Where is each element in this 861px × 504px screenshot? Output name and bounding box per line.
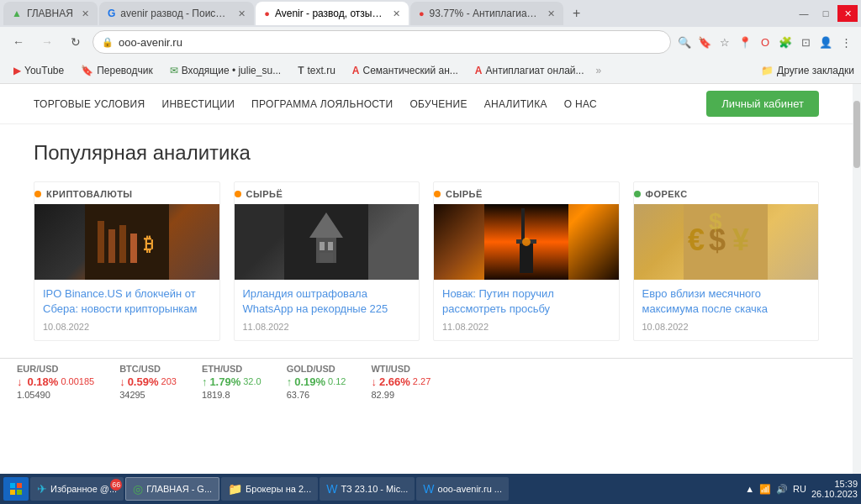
search-icon[interactable]: 🔍 [676, 34, 693, 50]
scrollbar-thumb[interactable] [853, 101, 860, 168]
svg-rect-3 [119, 225, 126, 263]
minimize-button[interactable]: — [794, 5, 814, 22]
puzzle-icon[interactable]: 🧩 [777, 34, 794, 50]
card-ireland[interactable]: СЫРЬЁ [234, 181, 420, 341]
svg-rect-24 [10, 490, 15, 495]
tab-close-2[interactable]: ✕ [238, 8, 246, 19]
card-image-4: € $ ¥ $ [634, 204, 819, 280]
scrollbar[interactable] [853, 84, 861, 474]
forward-button[interactable]: → [35, 30, 59, 54]
nav-analytics[interactable]: АНАЛИТИКА [484, 98, 547, 110]
taskbar-clock: 15:39 26.10.2023 [811, 479, 858, 499]
tab-search[interactable]: G avenir развод - Поиск в... ✕ [99, 2, 254, 25]
card-title-3: Новак: Путин поручил рассмотреть просьбу [442, 286, 610, 317]
telegram-badge: 66 [110, 479, 122, 491]
cat-dot-1 [34, 191, 41, 197]
svg-rect-1 [98, 221, 104, 263]
nav-about[interactable]: О НАС [564, 98, 597, 110]
window-icon[interactable]: ⊡ [797, 34, 814, 50]
card-forex[interactable]: ФОРЕКС € $ ¥ $ Евро вбл [633, 181, 820, 341]
card-category-3: СЫРЬЁ [434, 182, 619, 204]
card-body-1: IPO Binance.US и блокчейн от Сбера: ново… [34, 280, 219, 340]
start-button[interactable] [3, 477, 29, 501]
svg-text:¥: ¥ [732, 223, 749, 257]
taskbar-word2[interactable]: W ooo-avenir.ru ... [416, 477, 509, 501]
nav-loyalty[interactable]: ПРОГРАММА ЛОЯЛЬНОСТИ [251, 98, 393, 110]
svg-point-16 [522, 238, 531, 246]
new-tab-button[interactable]: + [565, 2, 589, 25]
ticker-bar: EUR/USD ↓ 0.18% 0.00185 1.05490 BTC/USD … [0, 358, 853, 404]
taskbar-chrome[interactable]: ◎ ГЛАВНАЯ - G... [125, 477, 219, 501]
card-category-2: СЫРЬЁ [235, 182, 420, 204]
extensions-icon[interactable]: 🔖 [696, 34, 713, 50]
other-bookmarks[interactable]: 📁 Другие закладки [761, 65, 854, 76]
maximize-button[interactable]: □ [816, 5, 836, 22]
taskbar: ✈ Избранное @... 66 ◎ ГЛАВНАЯ - G... 📁 Б… [0, 474, 861, 504]
ticker-goldusd: GOLD/USD ↑ 0.19% 0.12 63.76 [287, 364, 346, 400]
svg-rect-23 [17, 483, 22, 488]
tab-close-4[interactable]: ✕ [547, 8, 555, 19]
personal-cabinet-button[interactable]: Личный кабинет [706, 91, 819, 117]
taskbar-folder[interactable]: 📁 Брокеры на 2... [221, 477, 318, 501]
card-category-4: ФОРЕКС [634, 182, 819, 204]
nav-education[interactable]: ОБУЧЕНИЕ [409, 98, 467, 110]
svg-rect-15 [520, 244, 533, 273]
maps-icon[interactable]: 📍 [737, 34, 753, 50]
star-icon[interactable]: ☆ [716, 34, 733, 50]
title-bar: ▲ ГЛАВНАЯ ✕ G avenir развод - Поиск в...… [0, 0, 861, 27]
card-date-1: 10.08.2022 [43, 322, 211, 332]
card-oil[interactable]: СЫРЬЁ [433, 181, 620, 341]
back-button[interactable]: ← [7, 30, 30, 54]
tab-close-1[interactable]: ✕ [82, 8, 89, 19]
language-indicator[interactable]: RU [793, 484, 806, 494]
tab-glavnaya[interactable]: ▲ ГЛАВНАЯ ✕ [3, 2, 98, 25]
card-body-3: Новак: Путин поручил рассмотреть просьбу… [434, 280, 619, 340]
close-button[interactable]: ✕ [837, 5, 858, 22]
site-nav: ТОРГОВЫЕ УСЛОВИЯ ИНВЕСТИЦИИ ПРОГРАММА ЛО… [0, 84, 853, 124]
tab-close-3[interactable]: ✕ [393, 8, 400, 19]
bookmark-translate[interactable]: 🔖 Переводчик [74, 62, 160, 79]
nav-investments[interactable]: ИНВЕСТИЦИИ [161, 98, 235, 110]
ticker-ethusd: ETH/USD ↑ 1.79% 32.0 1819.8 [202, 364, 261, 400]
nav-links: ТОРГОВЫЕ УСЛОВИЯ ИНВЕСТИЦИИ ПРОГРАММА ЛО… [34, 98, 706, 110]
tab-antiplagiat[interactable]: ● 93.77% - Антиплагиат о... ✕ [410, 2, 563, 25]
ticker-wtiusd-change: ↓ 2.66% 2.27 [371, 375, 430, 388]
menu-icon[interactable]: ⋮ [837, 34, 854, 50]
cat-dot-4 [634, 191, 641, 197]
svg-rect-25 [17, 490, 22, 495]
ticker-btcusd: BTC/USD ↓ 0.59% 203 34295 [119, 364, 177, 400]
card-crypto[interactable]: КРИПТОВАЛЮТЫ ₿ [34, 181, 220, 341]
svg-text:₿: ₿ [144, 234, 153, 255]
section-title: Популярная аналитика [34, 141, 819, 165]
svg-rect-11 [320, 253, 333, 263]
card-image-3 [434, 204, 619, 280]
nav-trading[interactable]: ТОРГОВЫЕ УСЛОВИЯ [34, 98, 145, 110]
cat-dot-2 [235, 191, 241, 197]
card-image-2 [235, 204, 420, 280]
ticker-ethusd-change: ↑ 1.79% 32.0 [202, 375, 261, 388]
card-date-2: 11.08.2022 [243, 322, 411, 332]
card-body-4: Евро вблизи месячного максимума после ск… [634, 280, 819, 340]
svg-rect-13 [521, 208, 525, 242]
window-controls: — □ ✕ [794, 5, 858, 22]
opera-icon[interactable]: O [757, 34, 774, 50]
url-bar[interactable]: 🔒 ooo-avenir.ru [92, 30, 671, 54]
bookmark-inbox[interactable]: ✉ Входящие • julie_su... [163, 62, 288, 79]
taskbar-arrow-up[interactable]: ▲ [745, 484, 754, 494]
svg-text:€: € [688, 223, 705, 257]
reload-button[interactable]: ↻ [64, 30, 87, 54]
ticker-btcusd-change: ↓ 0.59% 203 [119, 375, 177, 388]
ticker-goldusd-change: ↑ 0.19% 0.12 [287, 375, 346, 388]
bookmark-semantic[interactable]: A Семантический ан... [346, 62, 465, 79]
bookmark-youtube[interactable]: ▶ YouTube [7, 62, 71, 79]
bookmark-antiplagiat[interactable]: A Антиплагиат онлай... [468, 62, 591, 79]
card-body-2: Ирландия оштрафовала WhatsApp на рекордн… [235, 280, 420, 340]
tab-avenir[interactable]: ● Avenir - развод, отзыв... ✕ [256, 2, 409, 25]
svg-rect-10 [328, 242, 333, 250]
taskbar-word1[interactable]: W ТЗ 23.10 - Mic... [320, 477, 415, 501]
bookmark-textru[interactable]: T text.ru [291, 62, 342, 79]
profile-icon[interactable]: 👤 [817, 34, 834, 50]
card-image-1: ₿ [34, 204, 219, 280]
taskbar-telegram[interactable]: ✈ Избранное @... 66 [30, 477, 124, 501]
volume-icon: 🔊 [776, 484, 788, 495]
